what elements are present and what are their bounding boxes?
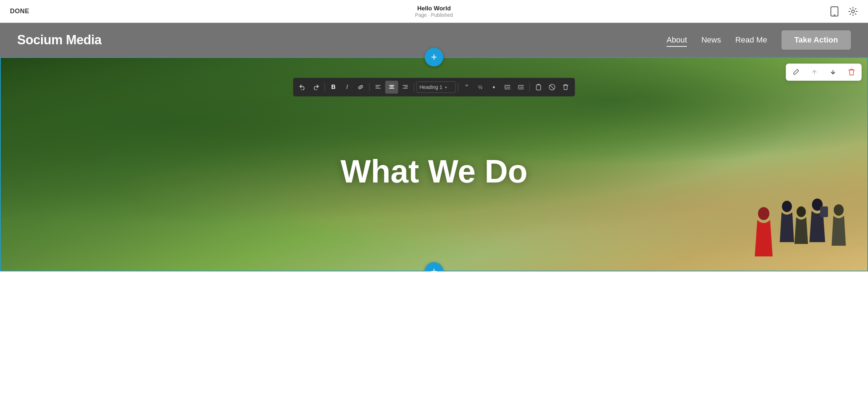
mobile-preview-icon[interactable] [829, 6, 839, 16]
text-formatting-toolbar: B I Heading 1 ▾ [293, 78, 575, 96]
delete-block-button[interactable] [846, 66, 857, 78]
quote-button[interactable]: " [460, 81, 473, 94]
dropdown-arrow-icon: ▾ [445, 85, 447, 89]
separator-3 [414, 83, 414, 91]
bullet-button[interactable]: • [488, 81, 500, 94]
bold-button[interactable]: B [327, 81, 340, 94]
link-button[interactable] [354, 81, 367, 94]
edit-block-button[interactable] [790, 66, 802, 78]
site-nav: About News Read Me Take Action [667, 30, 851, 50]
heading-style-label: Heading 1 [420, 84, 443, 90]
undo-button[interactable] [296, 81, 309, 94]
top-bar: DONE Hello World Page · Published [0, 0, 868, 23]
page-title: Hello World [415, 5, 453, 12]
separator-1 [325, 83, 325, 91]
take-action-button[interactable]: Take Action [782, 30, 851, 50]
clipboard-button[interactable] [532, 81, 545, 94]
people-silhouettes [732, 181, 867, 271]
nav-item-news[interactable]: News [701, 35, 721, 45]
align-center-button[interactable] [385, 81, 398, 94]
svg-line-26 [550, 85, 554, 89]
separator-4 [458, 83, 458, 91]
italic-button[interactable]: I [341, 81, 354, 94]
svg-point-3 [782, 201, 792, 212]
done-button[interactable]: DONE [10, 8, 29, 15]
site-logo: Socium Media [17, 32, 101, 48]
svg-point-4 [758, 207, 769, 220]
svg-rect-1 [833, 15, 835, 15]
hero-heading[interactable]: What We Do [340, 153, 527, 190]
heading-style-dropdown[interactable]: Heading 1 ▾ [416, 81, 456, 93]
settings-icon[interactable] [848, 6, 858, 16]
svg-rect-6 [820, 206, 828, 217]
separator-2 [369, 83, 370, 91]
move-block-up-button[interactable] [809, 66, 820, 78]
content-block: B I Heading 1 ▾ [0, 57, 868, 271]
separator-5 [530, 83, 530, 91]
top-bar-icons [829, 6, 858, 16]
clear-format-button[interactable] [546, 81, 559, 94]
align-left-button[interactable] [372, 81, 385, 94]
preview-area: Socium Media About News Read Me Take Act… [0, 23, 868, 271]
page-status: Page · Published [415, 12, 453, 18]
move-block-down-button[interactable] [827, 66, 839, 78]
redo-button[interactable] [310, 81, 323, 94]
align-right-button[interactable] [399, 81, 412, 94]
svg-rect-24 [537, 85, 541, 90]
nav-item-read-me[interactable]: Read Me [735, 35, 767, 45]
toolbar-delete-button[interactable] [559, 81, 572, 94]
top-bar-center: Hello World Page · Published [415, 5, 453, 18]
fraction-button[interactable]: ½ [474, 81, 487, 94]
svg-point-2 [852, 10, 854, 13]
svg-point-8 [797, 206, 806, 217]
add-section-top-button[interactable]: + [425, 48, 443, 66]
outdent-button[interactable] [501, 81, 514, 94]
svg-point-7 [834, 204, 844, 216]
indent-button[interactable] [515, 81, 528, 94]
block-actions-toolbar [786, 64, 862, 81]
nav-item-about[interactable]: About [667, 35, 687, 45]
